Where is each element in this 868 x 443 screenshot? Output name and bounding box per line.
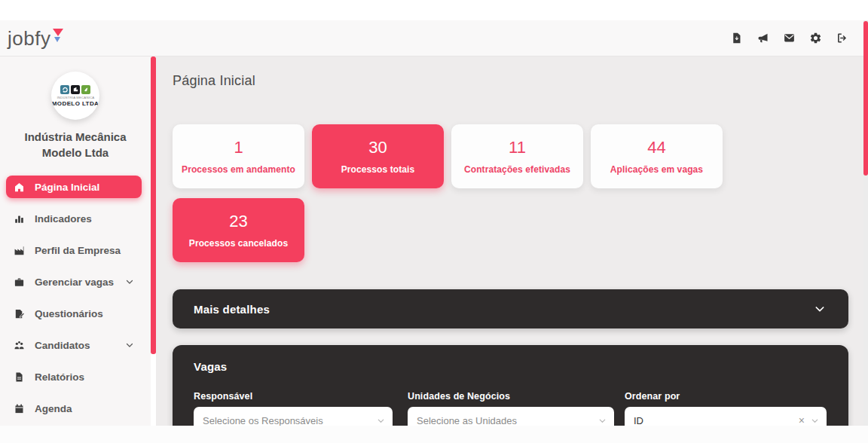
sidebar-item-agenda[interactable]: Agenda [6, 397, 142, 420]
jobfy-logo-text: jobfy [8, 27, 50, 50]
mail-icon[interactable] [783, 32, 796, 44]
page-title: Página Inicial [173, 73, 863, 89]
sidebar-item-relatorios[interactable]: Relatórios [6, 365, 142, 388]
sidebar-item-label: Perfil da Empresa [35, 245, 121, 256]
stat-card-processos-em-andamento[interactable]: 1 Processos em andamento [173, 124, 304, 188]
page-scrollbar-thumb[interactable] [863, 21, 868, 176]
jobfy-logo-mark-icon [53, 29, 63, 42]
clear-icon[interactable]: × [799, 415, 805, 426]
chevron-down-icon [377, 417, 385, 425]
stat-label: Processos em andamento [182, 164, 295, 175]
factory-icon [14, 245, 25, 256]
company-name: Indústria Mecânica Modelo Ltda [0, 129, 151, 160]
chevron-down-icon [125, 341, 134, 350]
stat-cards-row-1: 1 Processos em andamento 30 Processos to… [173, 124, 863, 188]
sidebar-item-label: Gerenciar vagas [35, 276, 114, 288]
mais-detalhes-label: Mais detalhes [194, 303, 270, 316]
filter-label: Unidades de Negócios [408, 391, 614, 402]
stat-cards-row-2: 23 Processos cancelados [173, 198, 863, 262]
jobfy-logo[interactable]: jobfy [8, 27, 63, 50]
filter-label: Responsável [194, 391, 393, 402]
filter-label: Ordenar por [625, 391, 827, 402]
sidebar-item-label: Página Inicial [35, 182, 99, 193]
file-icon [14, 371, 25, 383]
home-icon [14, 182, 25, 193]
stat-card-contratacoes-efetivadas[interactable]: 11 Contratações efetivadas [451, 124, 583, 188]
sidebar-item-gerenciar-vagas[interactable]: Gerenciar vagas [6, 270, 142, 293]
app-window: jobfy [0, 0, 868, 443]
sidebar: INDÚSTRIA MECÂNICA MODELO LTDA Indústria… [0, 57, 151, 426]
stat-value: 30 [368, 138, 387, 157]
stat-card-processos-totais[interactable]: 30 Processos totais [312, 124, 444, 188]
sidebar-item-perfil-da-empresa[interactable]: Perfil da Empresa [6, 239, 142, 261]
stat-card-processos-cancelados[interactable]: 23 Processos cancelados [173, 198, 304, 262]
settings-icon[interactable] [809, 32, 822, 44]
mais-detalhes-accordion[interactable]: Mais detalhes [173, 289, 848, 328]
select-value: ID [634, 415, 799, 426]
bar-chart-icon [14, 213, 25, 225]
sidebar-item-label: Agenda [35, 403, 72, 414]
sidebar-item-questionarios[interactable]: Questionários [6, 302, 142, 325]
header-actions [730, 32, 848, 44]
stat-value: 1 [234, 138, 243, 157]
sidebar-item-candidatos[interactable]: Candidatos [6, 334, 142, 356]
stat-card-aplicacoes-em-vagas[interactable]: 44 Aplicações em vagas [591, 124, 723, 188]
megaphone-icon[interactable] [756, 32, 769, 44]
file-pen-icon [14, 308, 25, 319]
sidebar-scrollbar[interactable] [151, 57, 156, 354]
main-content: Página Inicial 1 Processos em andamento … [156, 57, 863, 443]
stat-value: 11 [509, 138, 526, 157]
sidebar-item-label: Candidatos [35, 340, 90, 351]
select-placeholder: Selecione os Responsáveis [203, 415, 377, 426]
stat-value: 44 [647, 138, 665, 157]
sidebar-nav: Página Inicial Indicadores Perfil da Emp… [0, 176, 151, 420]
users-icon [14, 340, 25, 351]
vagas-title: Vagas [194, 360, 827, 373]
company-logo-caption: INDÚSTRIA MECÂNICA [57, 96, 94, 99]
company-block: INDÚSTRIA MECÂNICA MODELO LTDA Indústria… [0, 57, 151, 160]
bottom-band [0, 426, 868, 443]
sidebar-item-indicadores[interactable]: Indicadores [6, 207, 142, 230]
stat-label: Processos totais [341, 164, 415, 175]
chevron-down-icon [814, 303, 826, 315]
stat-label: Aplicações em vagas [610, 164, 703, 175]
top-header: jobfy [0, 20, 868, 57]
sidebar-item-pagina-inicial[interactable]: Página Inicial [6, 176, 142, 198]
stat-label: Contratações efetivadas [464, 164, 570, 175]
logout-icon[interactable] [836, 32, 848, 44]
company-logo-squares-icon [60, 85, 90, 94]
chevron-down-icon [811, 417, 819, 425]
top-strip [0, 0, 868, 20]
select-placeholder: Selecione as Unidades [417, 415, 598, 426]
stat-value: 23 [229, 212, 247, 231]
chevron-down-icon [598, 417, 607, 425]
page-scrollbar-track[interactable] [863, 20, 868, 443]
sidebar-item-label: Relatórios [35, 371, 84, 383]
company-logo-name: MODELO LTDA [52, 100, 99, 107]
calendar-icon [14, 403, 25, 414]
company-logo: INDÚSTRIA MECÂNICA MODELO LTDA [51, 72, 99, 120]
stat-label: Processos cancelados [189, 238, 288, 249]
sidebar-item-label: Indicadores [35, 213, 92, 225]
briefcase-icon [14, 276, 25, 288]
chevron-down-icon [125, 277, 134, 286]
file-download-icon[interactable] [730, 32, 743, 44]
sidebar-item-label: Questionários [35, 308, 103, 319]
